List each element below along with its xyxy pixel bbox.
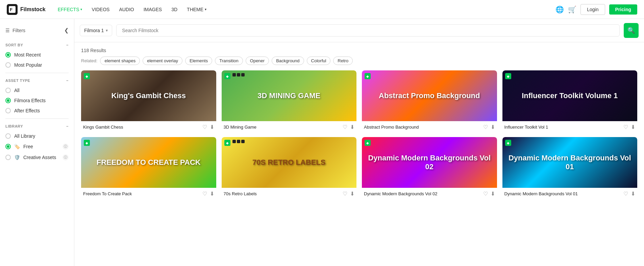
card-thumbnail-5[interactable]: ◆70S RETRO LABELS <box>222 137 357 188</box>
tag-background[interactable]: Background <box>272 57 304 65</box>
card-download-icon-4[interactable]: ⬇ <box>210 191 214 197</box>
tag-opener[interactable]: Opener <box>246 57 269 65</box>
pricing-button[interactable]: Pricing <box>609 4 637 15</box>
card-download-icon-5[interactable]: ⬇ <box>350 191 354 197</box>
card-actions-4: ♡⬇ <box>202 191 214 197</box>
radio-all-library <box>5 133 11 139</box>
search-bar: Filmora 1 ▾ 🔍 <box>74 19 644 42</box>
results-count: 118 Results <box>81 48 637 53</box>
card-thumbnail-6[interactable]: ◆Dynamic Modern Backgrounds Vol 02 <box>362 137 497 188</box>
card-title-6: Dynamic Modern Backgrounds Vol 02 <box>364 191 483 196</box>
card-footer-3: Influencer Toolkit Vol 1♡⬇ <box>502 121 638 132</box>
card-download-icon-7[interactable]: ⬇ <box>631 191 635 197</box>
card-actions-2: ♡⬇ <box>483 124 495 130</box>
card-thumbnail-3[interactable]: ◆Influencer Toolkit Volume 1 <box>502 70 638 121</box>
free-icon: 🏷️ <box>14 144 20 149</box>
filmora-selector[interactable]: Filmora 1 ▾ <box>80 25 112 36</box>
collapse-icon[interactable]: ❮ <box>64 27 69 34</box>
search-button[interactable]: 🔍 <box>624 23 639 38</box>
radio-most-popular <box>5 62 11 68</box>
divider-2 <box>5 118 69 119</box>
asset-filmora-effects[interactable]: Filmora Effects <box>0 95 74 106</box>
card-actions-5: ♡⬇ <box>343 191 354 197</box>
tag-retro[interactable]: Retro <box>333 57 353 65</box>
cart-icon[interactable]: 🛒 <box>568 5 576 14</box>
login-button[interactable]: Login <box>580 4 605 15</box>
card-thumbnail-2[interactable]: ◆Abstract Promo Background <box>362 70 497 121</box>
sort-most-recent[interactable]: Most Recent <box>0 50 74 60</box>
card-thumbnail-1[interactable]: ◆3D MINING GAME <box>222 70 357 121</box>
library-creative-assets[interactable]: 🛡️ Creative Assets ⓘ <box>0 152 74 163</box>
card-thumbnail-7[interactable]: ◆Dynamic Modern Backgrounds Vol 01 <box>502 137 638 188</box>
radio-after-effects <box>5 108 11 113</box>
card-title-3: Influencer Toolkit Vol 1 <box>504 125 624 130</box>
card-heart-icon-5[interactable]: ♡ <box>343 191 347 197</box>
card-title-2: Abstract Promo Background <box>364 125 483 130</box>
card-heart-icon-2[interactable]: ♡ <box>483 124 488 130</box>
card-footer-7: Dynamic Modern Backgrounds Vol 01♡⬇ <box>502 188 638 198</box>
radio-free <box>5 144 11 149</box>
card-heart-icon-7[interactable]: ♡ <box>623 191 628 197</box>
nav-images[interactable]: IMAGES <box>140 5 166 14</box>
divider-1 <box>5 73 69 73</box>
card-heart-icon-1[interactable]: ♡ <box>343 124 347 130</box>
card-2: ◆Abstract Promo BackgroundAbstract Promo… <box>362 70 497 132</box>
card-3: ◆Influencer Toolkit Volume 1Influencer T… <box>502 70 638 132</box>
card-download-icon-0[interactable]: ⬇ <box>210 124 214 130</box>
nav-videos[interactable]: VIDEOS <box>88 5 114 14</box>
free-info-badge[interactable]: ⓘ <box>63 143 69 150</box>
nav-theme[interactable]: THEME ▾ <box>183 5 210 14</box>
card-thumb-text-3: Influencer Toolkit Volume 1 <box>518 88 621 104</box>
creative-icon: 🛡️ <box>14 155 20 160</box>
card-heart-icon-6[interactable]: ♡ <box>483 191 488 197</box>
nav-audio[interactable]: AUDIO <box>115 5 138 14</box>
card-badge-0: ◆ <box>84 73 90 79</box>
library-free[interactable]: 🏷️ Free ⓘ <box>0 141 74 152</box>
nav-effects[interactable]: EFFECTS ▾ <box>54 5 86 14</box>
tag-colorful[interactable]: Colorful <box>307 57 331 65</box>
tag-elements[interactable]: Elements <box>185 57 212 65</box>
search-input-wrap <box>116 24 620 37</box>
card-4: ◆FREEDOM TO CREATE PACKFreedom To Create… <box>81 137 216 198</box>
tag-element-overlay[interactable]: element overlay <box>143 57 182 65</box>
card-thumb-text-4: FREEDOM TO CREATE PACK <box>93 155 204 170</box>
cards-grid: ◆King's Gambit ChessKings Gambit Chess♡⬇… <box>81 70 637 198</box>
card-thumbnail-0[interactable]: ◆King's Gambit Chess <box>81 70 216 121</box>
card-badge-3: ◆ <box>505 73 511 79</box>
card-thumb-text-7: Dynamic Modern Backgrounds Vol 01 <box>502 150 638 175</box>
card-download-icon-2[interactable]: ⬇ <box>491 124 495 130</box>
tag-transition[interactable]: Transition <box>215 57 243 65</box>
asset-type-section: ASSET TYPE − All Filmora Effects After E… <box>0 76 74 116</box>
asset-type-header: ASSET TYPE − <box>0 76 74 85</box>
globe-icon[interactable]: 🌐 <box>555 5 564 14</box>
card-thumbnail-4[interactable]: ◆FREEDOM TO CREATE PACK <box>81 137 216 188</box>
card-footer-1: 3D Mining Game♡⬇ <box>222 121 357 132</box>
card-footer-6: Dynamic Modern Backgrounds Vol 02♡⬇ <box>362 188 497 198</box>
asset-all[interactable]: All <box>0 85 74 95</box>
sort-by-header: SORT BY − <box>0 40 74 50</box>
library-all[interactable]: All Library <box>0 131 74 141</box>
nav-3d[interactable]: 3D <box>167 5 181 14</box>
logo-icon: F <box>7 4 18 15</box>
card-download-icon-1[interactable]: ⬇ <box>350 124 354 130</box>
search-input[interactable] <box>116 24 620 37</box>
card-title-7: Dynamic Modern Backgrounds Vol 01 <box>504 191 624 196</box>
filter-icon: ☰ <box>5 28 10 33</box>
creative-info-badge[interactable]: ⓘ <box>63 154 69 160</box>
card-7: ◆Dynamic Modern Backgrounds Vol 01Dynami… <box>502 137 638 198</box>
card-download-icon-3[interactable]: ⬇ <box>631 124 635 130</box>
logo[interactable]: F Filmstock <box>7 4 46 15</box>
card-badge-1: ◆ <box>224 73 230 79</box>
asset-minus-icon: − <box>66 79 69 83</box>
tag-element-shapes[interactable]: element shapes <box>100 57 140 65</box>
content-area: Filmora 1 ▾ 🔍 118 Results Related: eleme… <box>74 19 644 266</box>
card-5: ◆70S RETRO LABELS70s Retro Labels♡⬇ <box>222 137 357 198</box>
card-heart-icon-4[interactable]: ♡ <box>202 191 207 197</box>
sort-most-popular[interactable]: Most Popular <box>0 60 74 70</box>
asset-after-effects[interactable]: After Effects <box>0 106 74 116</box>
card-heart-icon-0[interactable]: ♡ <box>202 124 207 130</box>
card-download-icon-6[interactable]: ⬇ <box>491 191 495 197</box>
card-heart-icon-3[interactable]: ♡ <box>623 124 628 130</box>
logo-text: Filmstock <box>20 6 46 13</box>
filters-header[interactable]: ☰ Filters ❮ <box>0 24 74 38</box>
